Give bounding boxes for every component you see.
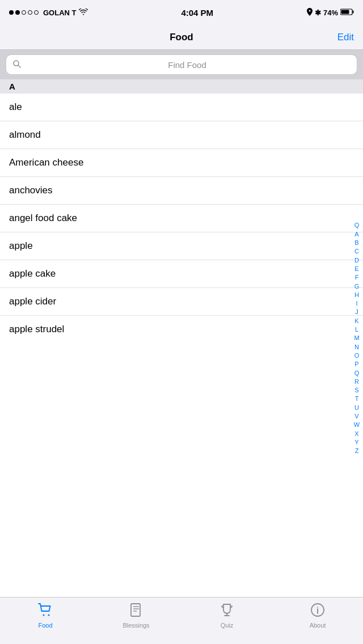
alpha-letter-B[interactable]: B <box>354 239 358 247</box>
alpha-letter-R[interactable]: R <box>354 378 359 385</box>
status-left: GOLAN T <box>9 8 88 17</box>
tab-blessings-label: Blessings <box>123 622 149 629</box>
tab-quiz-label: Quiz <box>221 622 234 629</box>
list-item[interactable]: angel food cake <box>0 205 363 232</box>
food-list[interactable]: AalealmondAmerican cheeseanchoviesangel … <box>0 79 363 597</box>
alpha-letter-X[interactable]: X <box>354 430 358 438</box>
alpha-letter-Q[interactable]: Q <box>354 369 360 377</box>
list-item[interactable]: apple cake <box>0 260 363 288</box>
tab-quiz[interactable]: Quiz <box>182 602 272 629</box>
svg-rect-1 <box>352 10 353 13</box>
svg-line-4 <box>18 65 20 67</box>
search-container <box>0 50 363 79</box>
about-icon <box>310 602 326 620</box>
svg-rect-2 <box>341 10 349 14</box>
list-item[interactable]: American cheese <box>0 149 363 177</box>
tab-about-label: About <box>310 622 326 629</box>
location-icon <box>307 8 313 18</box>
nav-title: Food <box>170 32 193 43</box>
list-item[interactable]: ale <box>0 94 363 121</box>
alpha-letter-O[interactable]: O <box>354 351 360 359</box>
alpha-letter-D[interactable]: D <box>354 256 359 264</box>
blessings-icon <box>128 602 144 620</box>
alpha-letter-S[interactable]: S <box>354 386 358 394</box>
alpha-letter-M[interactable]: M <box>354 334 359 342</box>
list-item[interactable]: anchovies <box>0 177 363 205</box>
alpha-letter-N[interactable]: N <box>354 343 359 351</box>
alpha-letter-W[interactable]: W <box>354 421 360 429</box>
tab-bar: Food Blessings Quiz <box>0 597 363 644</box>
alpha-letter-K[interactable]: K <box>354 317 358 325</box>
list-item[interactable]: apple strudel <box>0 316 363 343</box>
tab-about[interactable]: About <box>272 602 363 629</box>
bluetooth-icon: ✱ <box>315 9 321 17</box>
list-item[interactable]: apple cider <box>0 288 363 316</box>
alpha-letter-T[interactable]: T <box>355 395 359 402</box>
status-bar: GOLAN T 4:04 PM ✱ 74% <box>0 0 363 25</box>
dot-1 <box>9 10 14 15</box>
alpha-letter-Q[interactable]: Q <box>354 221 360 229</box>
list-item[interactable]: almond <box>0 121 363 149</box>
alpha-letter-F[interactable]: F <box>355 273 359 281</box>
alpha-letter-V[interactable]: V <box>354 412 358 420</box>
edit-button[interactable]: Edit <box>337 32 354 43</box>
search-icon <box>13 60 21 70</box>
nav-bar: Food Edit <box>0 25 363 50</box>
alpha-letter-L[interactable]: L <box>355 325 358 333</box>
svg-point-6 <box>48 615 50 616</box>
alpha-letter-E[interactable]: E <box>354 265 358 273</box>
alpha-letter-A[interactable]: A <box>354 230 358 238</box>
tab-food[interactable]: Food <box>0 602 91 629</box>
search-bar <box>6 54 357 75</box>
dot-4 <box>28 10 32 15</box>
alpha-letter-U[interactable]: U <box>354 404 359 412</box>
battery-percent: 74% <box>323 9 338 17</box>
search-input[interactable] <box>24 60 350 70</box>
dot-5 <box>34 10 39 15</box>
alpha-letter-Y[interactable]: Y <box>354 438 358 446</box>
alpha-letter-H[interactable]: H <box>354 291 359 299</box>
wifi-icon <box>79 8 88 17</box>
alpha-letter-C[interactable]: C <box>354 247 359 255</box>
tab-food-label: Food <box>38 622 52 629</box>
alpha-index[interactable]: QABCDEFGHIJKLMNOPQRSTUVWXYZ <box>351 79 363 597</box>
list-item[interactable]: apple <box>0 232 363 260</box>
dot-3 <box>22 10 26 15</box>
tab-blessings[interactable]: Blessings <box>91 602 182 629</box>
status-right: ✱ 74% <box>307 8 354 18</box>
food-icon <box>37 602 53 620</box>
signal-dots <box>9 10 39 15</box>
alpha-letter-I[interactable]: I <box>356 299 357 307</box>
svg-point-15 <box>317 607 318 608</box>
list-wrapper: AalealmondAmerican cheeseanchoviesangel … <box>0 79 363 597</box>
dot-2 <box>15 10 20 15</box>
alpha-letter-G[interactable]: G <box>354 282 360 290</box>
section-header-A: A <box>0 79 363 94</box>
svg-rect-7 <box>131 604 140 616</box>
svg-point-5 <box>43 615 45 616</box>
alpha-letter-J[interactable]: J <box>355 308 358 316</box>
alpha-letter-P[interactable]: P <box>354 360 358 368</box>
alpha-letter-Z[interactable]: Z <box>355 447 359 455</box>
status-time: 4:04 PM <box>181 8 213 18</box>
quiz-icon <box>219 602 235 620</box>
battery-icon <box>340 9 354 17</box>
carrier-name: GOLAN T <box>43 9 77 17</box>
